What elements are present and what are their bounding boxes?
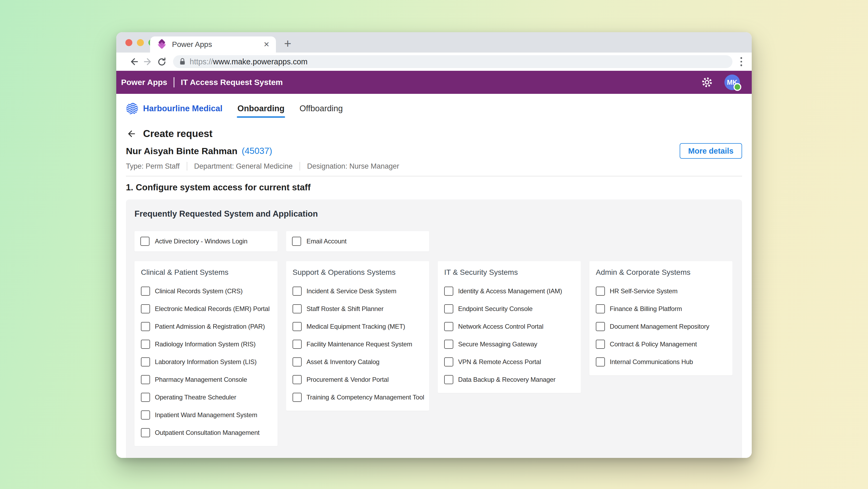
system-checkbox[interactable] <box>292 287 302 296</box>
system-checkbox[interactable] <box>292 393 302 402</box>
employee-id-link[interactable]: (45037) <box>242 146 272 156</box>
system-option-row[interactable]: VPN & Remote Access Portal <box>444 356 575 368</box>
powerapps-brand: Power Apps <box>121 78 167 87</box>
employee-meta-row: Type: Perm StaffDepartment: General Medi… <box>126 162 742 171</box>
system-checkbox[interactable] <box>292 304 302 313</box>
system-checkbox[interactable] <box>444 287 453 296</box>
group-list: Identity & Access Management (IAM)Endpoi… <box>444 285 575 385</box>
tab-offboarding[interactable]: Offboarding <box>299 98 343 119</box>
system-label: Medical Equipment Tracking (MET) <box>307 323 405 330</box>
system-option-row[interactable]: HR Self-Service System <box>596 285 726 297</box>
system-option-row[interactable]: Medical Equipment Tracking (MET) <box>292 321 423 333</box>
system-checkbox[interactable] <box>444 357 453 367</box>
system-checkbox[interactable] <box>141 428 150 437</box>
browser-tab[interactable]: Power Apps ✕ <box>150 36 276 53</box>
system-label: Laboratory Information System (LIS) <box>155 358 257 366</box>
system-option-row[interactable]: Network Access Control Portal <box>444 321 575 333</box>
system-checkbox[interactable] <box>292 357 302 367</box>
system-checkbox[interactable] <box>141 410 150 420</box>
featured-option-card[interactable]: Active Directory - Windows Login <box>134 231 278 252</box>
system-option-row[interactable]: Procurement & Vendor Portal <box>292 374 423 385</box>
lock-icon <box>179 58 186 66</box>
system-checkbox[interactable] <box>444 340 453 349</box>
system-label: Inpatient Ward Management System <box>155 411 257 419</box>
system-option-row[interactable]: Radiology Information System (RIS) <box>141 338 271 350</box>
system-checkbox[interactable] <box>596 304 605 313</box>
group-title: IT & Security Systems <box>444 268 575 277</box>
url-bar[interactable]: https://www.make.powerapps.com <box>173 55 733 68</box>
system-option-row[interactable]: Outpatient Consultation Management <box>141 427 271 439</box>
app-title: IT Access Request System <box>181 78 283 87</box>
system-option-row[interactable]: Clinical Records System (CRS) <box>141 285 271 297</box>
system-checkbox[interactable] <box>444 375 453 384</box>
system-option-row[interactable]: Inpatient Ward Management System <box>141 409 271 421</box>
system-checkbox[interactable] <box>596 322 605 331</box>
more-details-button[interactable]: More details <box>680 143 742 159</box>
system-option-row[interactable]: Identity & Access Management (IAM) <box>444 285 575 297</box>
system-checkbox[interactable] <box>292 375 302 384</box>
system-option-row[interactable]: Internal Communications Hub <box>596 356 726 368</box>
system-option-row[interactable]: Electronic Medical Records (EMR) Portal <box>141 303 271 315</box>
system-option-row[interactable]: Document Management Repository <box>596 321 726 333</box>
featured-option-card[interactable]: Email Account <box>286 231 429 252</box>
system-option-row[interactable]: Pharmacy Management Console <box>141 374 271 385</box>
system-checkbox[interactable] <box>596 357 605 367</box>
minimize-window-button[interactable] <box>137 39 144 46</box>
system-option-row[interactable]: Endpoint Security Console <box>444 303 575 315</box>
system-label: Operating Theatre Scheduler <box>155 394 236 401</box>
featured-systems-row: Active Directory - Windows LoginEmail Ac… <box>134 231 734 252</box>
system-checkbox[interactable] <box>141 393 150 402</box>
system-option-row[interactable]: Secure Messaging Gateway <box>444 338 575 350</box>
forward-nav-icon[interactable] <box>141 55 155 69</box>
system-label: Secure Messaging Gateway <box>458 341 537 348</box>
system-checkbox[interactable] <box>141 375 150 384</box>
group-list: Clinical Records System (CRS)Electronic … <box>141 285 271 439</box>
refresh-icon[interactable] <box>155 55 169 69</box>
system-checkbox[interactable] <box>292 237 301 246</box>
system-option-row[interactable]: Training & Competency Management Tool <box>292 392 423 403</box>
group-list: Incident & Service Desk SystemStaff Rost… <box>292 285 423 403</box>
system-option-row[interactable]: Staff Roster & Shift Planner <box>292 303 423 315</box>
back-nav-icon[interactable] <box>127 55 141 69</box>
close-window-button[interactable] <box>125 39 132 46</box>
gear-icon[interactable] <box>701 76 713 88</box>
system-checkbox[interactable] <box>292 322 302 331</box>
system-group-card: Support & Operations SystemsIncident & S… <box>286 261 429 411</box>
tab-title: Power Apps <box>172 40 258 49</box>
system-checkbox[interactable] <box>141 322 150 331</box>
meta-item: Designation: Nurse Manager <box>307 162 399 171</box>
browser-window: Power Apps ✕ + <box>116 32 752 458</box>
system-option-row[interactable]: Asset & Inventory Catalog <box>292 356 423 368</box>
system-checkbox[interactable] <box>141 304 150 313</box>
system-checkbox[interactable] <box>292 340 302 349</box>
system-option-row[interactable]: Patient Admission & Registration (PAR) <box>141 321 271 333</box>
system-option-row[interactable]: Incident & Service Desk System <box>292 285 423 297</box>
system-checkbox[interactable] <box>596 287 605 296</box>
system-label: Outpatient Consultation Management <box>155 429 259 436</box>
system-checkbox[interactable] <box>444 304 453 313</box>
system-label: Network Access Control Portal <box>458 323 543 330</box>
avatar[interactable]: MK <box>724 75 740 90</box>
system-label: Data Backup & Recovery Manager <box>458 376 556 383</box>
meta-item: Type: Perm Staff <box>126 162 180 171</box>
system-option-row[interactable]: Finance & Billing Platform <box>596 303 726 315</box>
system-option-row[interactable]: Operating Theatre Scheduler <box>141 392 271 403</box>
system-checkbox[interactable] <box>141 287 150 296</box>
browser-menu-icon[interactable] <box>739 56 744 68</box>
system-checkbox[interactable] <box>596 340 605 349</box>
system-label: Endpoint Security Console <box>458 305 533 313</box>
system-option-row[interactable]: Data Backup & Recovery Manager <box>444 374 575 385</box>
system-checkbox[interactable] <box>141 357 150 367</box>
system-label: Document Management Repository <box>610 323 709 330</box>
new-tab-button[interactable]: + <box>280 36 295 51</box>
system-label: Radiology Information System (RIS) <box>155 341 255 348</box>
system-option-row[interactable]: Facility Maintenance Request System <box>292 338 423 350</box>
close-tab-icon[interactable]: ✕ <box>264 41 270 48</box>
system-checkbox[interactable] <box>141 340 150 349</box>
system-checkbox[interactable] <box>444 322 453 331</box>
system-checkbox[interactable] <box>141 237 150 246</box>
back-arrow-icon[interactable] <box>126 129 136 139</box>
system-option-row[interactable]: Laboratory Information System (LIS) <box>141 356 271 368</box>
tab-onboarding[interactable]: Onboarding <box>237 98 285 119</box>
system-option-row[interactable]: Contract & Policy Management <box>596 338 726 350</box>
